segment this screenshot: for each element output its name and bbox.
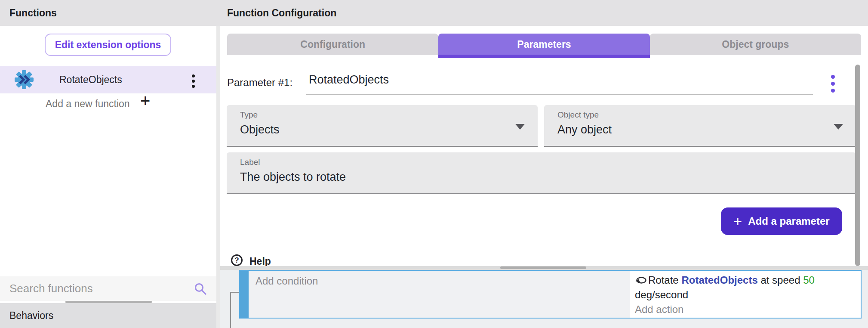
help-question-icon[interactable]: ? [231, 254, 243, 266]
behaviors-title: Behaviors [9, 303, 53, 328]
event-row[interactable]: Add condition Rotate RotatedObjects at s… [239, 270, 862, 319]
label-field-value: The objects to rotate [240, 170, 346, 184]
subevent-connector-line [231, 292, 239, 293]
events-sheet-panel: Add condition Rotate RotatedObjects at s… [220, 266, 868, 328]
object-type-dropdown[interactable]: Object type Any object [544, 105, 856, 147]
function-options-kebab-icon[interactable] [192, 73, 195, 89]
behaviors-section-header[interactable]: Behaviors [0, 303, 216, 328]
functions-panel-title: Functions [9, 0, 57, 26]
function-gear-icon [14, 69, 34, 90]
function-configuration-title: Function Configuration [227, 0, 336, 26]
edit-extension-options-button[interactable]: Edit extension options [45, 34, 171, 56]
action-object-name: RotatedObjects [681, 274, 757, 286]
tab-configuration[interactable]: Configuration [227, 34, 438, 55]
object-type-dropdown-label: Object type [557, 110, 599, 120]
event-actions-area: Rotate RotatedObjects at speed 50 deg/se… [630, 271, 861, 318]
events-horizontal-scrollbar[interactable] [500, 266, 586, 269]
search-placeholder: Search functions [9, 276, 93, 301]
event-conditions-area[interactable]: Add condition [249, 271, 630, 318]
type-dropdown-label: Type [240, 110, 258, 120]
subevent-connector-line [230, 292, 231, 328]
action-rotate-objects[interactable]: Rotate RotatedObjects at speed 50 deg/se… [635, 273, 856, 302]
gdevelop-extension-editor: Functions Function Configuration Edit ex… [0, 0, 868, 328]
configuration-tabs: Configuration Parameters Object groups [227, 34, 861, 58]
tab-parameters[interactable]: Parameters [438, 34, 649, 58]
top-header: Functions Function Configuration [0, 0, 868, 26]
parameter-name-underline [306, 94, 813, 95]
rotate-icon [635, 276, 647, 285]
chevron-down-icon [515, 124, 525, 130]
add-condition-link[interactable]: Add condition [255, 275, 318, 287]
action-text-prefix: Rotate [648, 274, 681, 286]
search-functions-field[interactable]: Search functions [0, 276, 216, 301]
add-new-function-label[interactable]: Add a new function [46, 98, 130, 110]
label-text-field[interactable]: Label The objects to rotate [227, 152, 856, 194]
action-text-middle: at speed [758, 274, 803, 286]
add-action-link[interactable]: Add action [635, 302, 856, 317]
add-parameter-button[interactable]: + Add a parameter [721, 207, 842, 235]
action-text-suffix: deg/second [635, 289, 688, 300]
chevron-down-icon [834, 124, 843, 130]
add-function-plus-icon[interactable]: + [140, 91, 150, 111]
right-panel-scrollbar[interactable] [855, 65, 860, 266]
type-dropdown[interactable]: Type Objects [227, 105, 538, 147]
parameter-row-label: Parameter #1: [227, 77, 292, 89]
plus-icon: + [733, 214, 742, 229]
parameter-name-input[interactable]: RotatedObjects [309, 73, 389, 87]
action-speed-value: 50 [803, 274, 815, 286]
event-drag-handle[interactable] [240, 271, 249, 318]
search-icon[interactable] [194, 282, 207, 296]
parameter-options-kebab-icon[interactable] [831, 73, 835, 94]
tab-object-groups[interactable]: Object groups [650, 34, 861, 55]
help-label[interactable]: Help [249, 256, 271, 267]
add-parameter-label: Add a parameter [748, 215, 829, 227]
label-field-label: Label [240, 158, 260, 167]
function-name-label: RotateObjects [59, 66, 122, 93]
type-dropdown-value: Objects [240, 123, 280, 136]
function-list-item-rotateobjects[interactable]: RotateObjects [0, 66, 216, 93]
object-type-dropdown-value: Any object [557, 123, 612, 136]
panel-divider [216, 26, 220, 328]
